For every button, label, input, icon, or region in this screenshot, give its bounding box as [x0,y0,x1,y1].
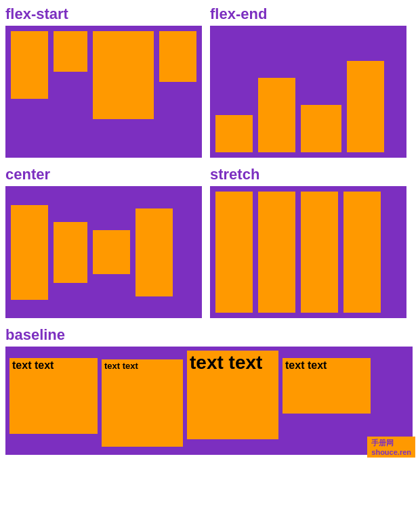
flex-start-item-4 [159,31,196,82]
flex-start-item-2 [54,31,87,72]
flex-start-label: flex-start [5,5,202,23]
stretch-section: stretch [210,166,406,318]
baseline-box: text text text text text text text text [5,347,413,455]
baseline-section: baseline text text text text text text t… [5,326,413,455]
baseline-item-4: text text [283,358,371,414]
baseline-label: baseline [5,326,413,344]
center-item-3 [93,230,130,274]
row-2: center stretch [5,166,413,318]
watermark: 手册网 shouce.ren [367,437,415,458]
flex-start-item-3 [93,31,154,119]
stretch-item-4 [343,192,381,313]
baseline-item-3: text text [187,351,278,439]
flex-start-box [5,26,202,158]
baseline-item-1: text text [9,358,98,434]
watermark-line2: shouce.ren [371,448,411,456]
center-box [5,186,202,318]
center-item-4 [135,208,173,296]
center-item-1 [11,205,48,300]
baseline-text-4: text text [283,358,371,373]
main-container: flex-start flex-end [0,0,418,460]
flex-start-item-1 [11,31,48,99]
center-label: center [5,166,202,183]
flex-end-label: flex-end [210,5,406,23]
stretch-box [210,186,406,318]
stretch-item-3 [301,192,338,313]
baseline-item-2: text text [102,359,183,447]
center-item-2 [54,222,87,283]
flex-start-section: flex-start [5,5,202,158]
center-section: center [5,166,202,318]
row-1: flex-start flex-end [5,5,413,158]
stretch-label: stretch [210,166,406,183]
stretch-item-2 [258,192,295,313]
flex-end-item-3 [301,105,341,152]
flex-end-item-4 [347,61,384,152]
flex-end-section: flex-end [210,5,406,158]
watermark-line1: 手册网 [371,438,411,448]
flex-end-item-2 [258,78,295,152]
stretch-item-1 [215,192,253,313]
baseline-text-3: text text [187,351,278,375]
flex-end-item-1 [215,115,253,152]
baseline-text-1: text text [9,358,98,373]
flex-end-box [210,26,406,158]
baseline-text-2: text text [102,359,183,372]
